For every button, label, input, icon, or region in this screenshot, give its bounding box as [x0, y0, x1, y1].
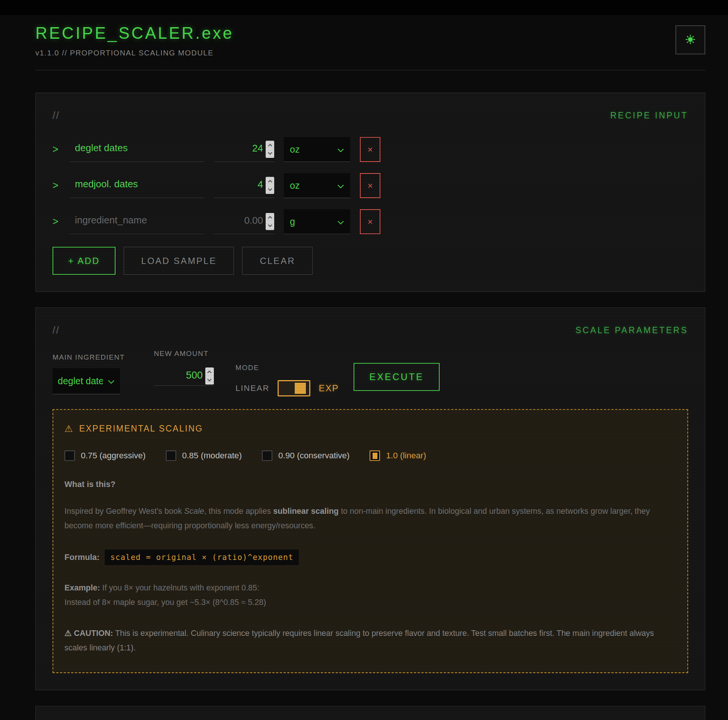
prompt-symbol: >	[52, 180, 60, 191]
ingredient-name-input[interactable]	[70, 214, 205, 229]
new-amount-label: NEW AMOUNT	[154, 349, 214, 358]
mode-exp-label: EXP	[318, 383, 339, 394]
exponent-options: 0.75 (aggressive) 0.85 (moderate) 0.90 (…	[64, 450, 676, 461]
checkbox-icon[interactable]	[370, 450, 380, 461]
exponent-option-label: 0.75 (aggressive)	[81, 451, 146, 461]
stepper-down-icon[interactable]	[268, 150, 272, 154]
section-marker: //	[52, 110, 60, 121]
main-ingredient-select-value: deglet dates	[58, 376, 103, 386]
experimental-header: ⚠ EXPERIMENTAL SCALING	[64, 423, 676, 434]
exponent-option-label: 0.90 (conservative)	[278, 451, 349, 461]
warning-icon: ⚠	[64, 423, 73, 434]
ingredient-name-field	[70, 209, 205, 234]
checkbox-icon[interactable]	[166, 450, 176, 461]
remove-ingredient-button[interactable]: ×	[360, 173, 381, 198]
ingredient-name-field	[70, 137, 205, 162]
experimental-title: EXPERIMENTAL SCALING	[79, 424, 203, 434]
experimental-description: Inspired by Geoffrey West's book Scale, …	[64, 504, 676, 533]
header-text: RECIPE_SCALER.exe v1.1.0 // PROPORTIONAL…	[35, 24, 234, 57]
app-subtitle: v1.1.0 // PROPORTIONAL SCALING MODULE	[35, 49, 234, 57]
amount-stepper[interactable]	[266, 177, 274, 194]
ingredient-amount-field	[214, 209, 274, 234]
amount-stepper[interactable]	[266, 141, 274, 158]
stepper-up-icon[interactable]	[208, 371, 212, 375]
mode-label: MODE	[236, 364, 339, 372]
ingredient-name-input[interactable]	[70, 178, 205, 193]
scale-parameters-header: // SCALE PARAMETERS	[52, 325, 688, 336]
amount-stepper[interactable]	[205, 368, 214, 384]
recipe-input-title: RECIPE INPUT	[610, 111, 688, 121]
stepper-up-icon[interactable]	[268, 216, 272, 220]
experimental-scaling-box: ⚠ EXPERIMENTAL SCALING 0.75 (aggressive)…	[52, 409, 688, 673]
stepper-up-icon[interactable]	[268, 144, 272, 148]
clear-button[interactable]: CLEAR	[242, 247, 313, 275]
top-strip	[0, 0, 728, 15]
formula-code: scaled = original × (ratio)^exponent	[105, 549, 299, 565]
exponent-option-090[interactable]: 0.90 (conservative)	[262, 450, 349, 461]
stepper-down-icon[interactable]	[268, 223, 272, 227]
caution-label: ⚠ CAUTION:	[64, 629, 113, 638]
unit-select-value: g	[290, 216, 295, 227]
mode-linear-label: LINEAR	[236, 383, 269, 393]
exponent-option-10[interactable]: 1.0 (linear)	[370, 450, 426, 461]
app-title: RECIPE_SCALER.exe	[35, 24, 234, 43]
execute-button[interactable]: EXECUTE	[353, 363, 439, 391]
checkbox-fill	[373, 453, 378, 459]
formula-row: Formula: scaled = original × (ratio)^exp…	[64, 549, 676, 565]
page-container: RECIPE_SCALER.exe v1.1.0 // PROPORTIONAL…	[35, 15, 705, 720]
book-title-italic: Scale	[184, 507, 204, 516]
add-ingredient-button[interactable]: + ADD	[52, 247, 116, 275]
ingredient-rows: > oz ×	[52, 137, 688, 234]
example-line1: If you 8× your hazelnuts with exponent 0…	[100, 583, 259, 592]
formula-label: Formula:	[64, 552, 99, 562]
mode-toggle[interactable]	[278, 380, 310, 397]
stepper-down-icon[interactable]	[208, 377, 212, 381]
remove-ingredient-button[interactable]: ×	[360, 137, 381, 162]
remove-ingredient-button[interactable]: ×	[360, 209, 381, 234]
new-amount-input[interactable]	[154, 370, 203, 383]
recipe-input-header: // RECIPE INPUT	[52, 110, 688, 121]
prompt-symbol: >	[52, 144, 60, 155]
new-amount-group: NEW AMOUNT	[154, 349, 214, 386]
chevron-down-icon	[337, 144, 344, 155]
exponent-option-label: 1.0 (linear)	[386, 451, 426, 461]
scale-parameters-panel: // SCALE PARAMETERS MAIN INGREDIENT degl…	[35, 308, 705, 690]
exponent-option-075[interactable]: 0.75 (aggressive)	[64, 450, 146, 461]
ingredient-name-input[interactable]	[70, 142, 205, 157]
recipe-actions: + ADD LOAD SAMPLE CLEAR	[52, 247, 688, 275]
example-line2: Instead of 8× maple sugar, you get ~5.3×…	[64, 598, 266, 607]
ingredient-amount-input[interactable]	[214, 143, 263, 156]
prompt-symbol: >	[52, 216, 60, 227]
amount-stepper[interactable]	[266, 213, 274, 230]
exponent-option-label: 0.85 (moderate)	[182, 451, 242, 461]
exponent-option-085[interactable]: 0.85 (moderate)	[166, 450, 242, 461]
main-ingredient-label: MAIN INGREDIENT	[52, 353, 125, 362]
unit-select[interactable]: oz	[284, 173, 350, 198]
mode-group: MODE LINEAR EXP	[236, 364, 339, 397]
checkbox-icon[interactable]	[64, 450, 75, 461]
unit-select[interactable]: oz	[284, 137, 350, 162]
example-label: Example:	[64, 583, 100, 592]
ingredient-amount-input[interactable]	[214, 179, 263, 192]
chevron-down-icon	[337, 216, 344, 227]
scale-parameters-title: SCALE PARAMETERS	[575, 325, 688, 336]
ingredient-name-field	[70, 173, 205, 198]
recipe-input-panel: // RECIPE INPUT > oz	[35, 93, 705, 292]
header-divider	[35, 70, 705, 70]
ingredient-row: > oz ×	[52, 137, 688, 162]
theme-toggle-button[interactable]	[676, 25, 705, 54]
section-marker: //	[52, 325, 60, 336]
checkbox-icon[interactable]	[262, 450, 272, 461]
ingredient-amount-input[interactable]	[214, 215, 263, 229]
new-amount-field	[154, 368, 214, 386]
chevron-down-icon	[108, 376, 115, 386]
unit-select[interactable]: g	[284, 209, 350, 234]
stepper-down-icon[interactable]	[268, 186, 272, 191]
stepper-up-icon[interactable]	[268, 180, 272, 184]
what-is-this-heading: What is this?	[64, 479, 676, 489]
unit-select-value: oz	[290, 144, 300, 155]
sun-icon	[685, 34, 696, 46]
example-block: Example: If you 8× your hazelnuts with e…	[64, 581, 676, 610]
load-sample-button[interactable]: LOAD SAMPLE	[124, 247, 234, 275]
main-ingredient-select[interactable]: deglet dates	[52, 368, 120, 394]
